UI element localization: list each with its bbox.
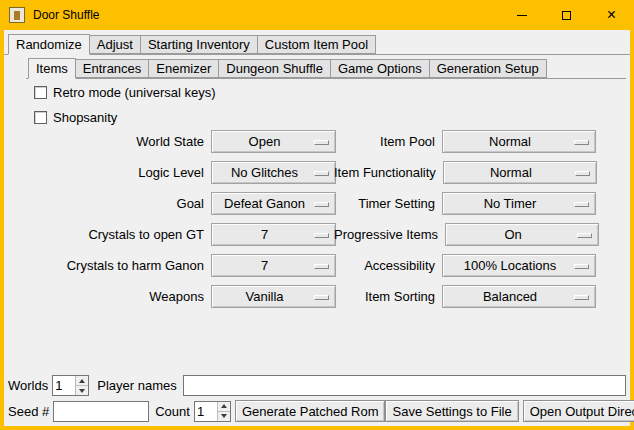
tab-game-options[interactable]: Game Options bbox=[330, 59, 430, 78]
retro-mode-label: Retro mode (universal keys) bbox=[53, 85, 216, 100]
footer: Worlds Player names Seed # Count bbox=[8, 375, 626, 422]
window-title: Door Shuffle bbox=[33, 8, 100, 22]
generate-patched-rom-button[interactable]: Generate Patched Rom bbox=[235, 400, 386, 422]
open-output-directory-button[interactable]: Open Output Directory bbox=[523, 400, 634, 422]
options-right-column: Item Pool Normal Item Functionality Norm… bbox=[334, 130, 596, 308]
worlds-spin-up-button[interactable] bbox=[76, 376, 88, 386]
dropdown-indicator-icon bbox=[314, 171, 329, 176]
maximize-button[interactable] bbox=[544, 0, 589, 30]
item-pool-dropdown[interactable]: Normal bbox=[442, 130, 596, 153]
crystals-gt-row: Crystals to open GT 7 bbox=[30, 223, 336, 246]
world-state-row: World State Open bbox=[30, 130, 336, 153]
item-sorting-row: Item Sorting Balanced bbox=[334, 285, 596, 308]
shopsanity-label: Shopsanity bbox=[53, 110, 117, 125]
seed-label: Seed # bbox=[8, 404, 49, 419]
app-icon bbox=[9, 7, 25, 23]
tab-enemizer[interactable]: Enemizer bbox=[148, 59, 219, 78]
dropdown-indicator-icon bbox=[575, 171, 590, 176]
world-state-value: Open bbox=[249, 134, 299, 149]
worlds-spin-arrows bbox=[75, 376, 88, 395]
item-functionality-row: Item Functionality Normal bbox=[334, 161, 596, 184]
count-spin-down-button[interactable] bbox=[218, 412, 230, 421]
goal-dropdown[interactable]: Defeat Ganon bbox=[211, 192, 336, 215]
weapons-label: Weapons bbox=[30, 289, 204, 304]
spin-down-icon bbox=[221, 414, 227, 418]
player-names-input[interactable] bbox=[183, 375, 626, 396]
seed-row: Seed # Count Generate Patched Rom Save S… bbox=[8, 400, 626, 422]
crystals-gt-label: Crystals to open GT bbox=[30, 227, 204, 242]
count-spinbox bbox=[194, 401, 231, 422]
item-pool-row: Item Pool Normal bbox=[334, 130, 596, 153]
logic-level-row: Logic Level No Glitches bbox=[30, 161, 336, 184]
progressive-items-label: Progressive Items bbox=[334, 227, 438, 242]
window-controls: × bbox=[499, 0, 634, 30]
spin-down-icon bbox=[79, 389, 85, 393]
crystals-ganon-dropdown[interactable]: 7 bbox=[211, 254, 336, 277]
dropdown-indicator-icon bbox=[574, 264, 589, 269]
tab-entrances[interactable]: Entrances bbox=[75, 59, 150, 78]
world-state-dropdown[interactable]: Open bbox=[211, 130, 336, 153]
accessibility-dropdown[interactable]: 100% Locations bbox=[442, 254, 596, 277]
client-area: Randomize Adjust Starting Inventory Cust… bbox=[4, 30, 630, 426]
progressive-items-value: On bbox=[504, 227, 539, 242]
count-spin-up-button[interactable] bbox=[218, 402, 230, 412]
world-state-label: World State bbox=[30, 134, 204, 149]
outer-tabstrip: Randomize Adjust Starting Inventory Cust… bbox=[4, 33, 630, 55]
save-settings-button[interactable]: Save Settings to File bbox=[385, 400, 518, 422]
dropdown-indicator-icon bbox=[574, 202, 589, 207]
weapons-dropdown[interactable]: Vanilla bbox=[211, 285, 336, 308]
count-label: Count bbox=[155, 404, 190, 419]
progressive-items-dropdown[interactable]: On bbox=[445, 223, 599, 246]
tab-randomize[interactable]: Randomize bbox=[8, 34, 90, 55]
timer-setting-row: Timer Setting No Timer bbox=[334, 192, 596, 215]
retro-mode-checkbox[interactable] bbox=[34, 86, 47, 99]
shopsanity-checkbox[interactable] bbox=[34, 111, 47, 124]
item-functionality-dropdown[interactable]: Normal bbox=[443, 161, 597, 184]
progressive-items-row: Progressive Items On bbox=[334, 223, 596, 246]
inner-tabstrip: Items Entrances Enemizer Dungeon Shuffle… bbox=[26, 58, 626, 79]
titlebar: Door Shuffle × bbox=[0, 0, 634, 30]
timer-setting-value: No Timer bbox=[484, 196, 555, 211]
accessibility-label: Accessibility bbox=[334, 258, 435, 273]
item-functionality-value: Normal bbox=[490, 165, 550, 180]
close-icon: × bbox=[607, 7, 616, 23]
shopsanity-row: Shopsanity bbox=[34, 109, 117, 125]
minimize-icon bbox=[517, 15, 527, 16]
minimize-button[interactable] bbox=[499, 0, 544, 30]
player-names-label: Player names bbox=[97, 378, 176, 393]
accessibility-row: Accessibility 100% Locations bbox=[334, 254, 596, 277]
maximize-icon bbox=[562, 11, 571, 20]
tab-custom-item-pool[interactable]: Custom Item Pool bbox=[257, 35, 376, 54]
item-sorting-value: Balanced bbox=[483, 289, 555, 304]
crystals-ganon-label: Crystals to harm Ganon bbox=[30, 258, 204, 273]
timer-setting-dropdown[interactable]: No Timer bbox=[442, 192, 596, 215]
dropdown-indicator-icon bbox=[314, 140, 329, 145]
timer-setting-label: Timer Setting bbox=[334, 196, 435, 211]
seed-input[interactable] bbox=[53, 401, 149, 422]
crystals-ganon-row: Crystals to harm Ganon 7 bbox=[30, 254, 336, 277]
weapons-value: Vanilla bbox=[245, 289, 301, 304]
tab-starting-inventory[interactable]: Starting Inventory bbox=[140, 35, 258, 54]
goal-row: Goal Defeat Ganon bbox=[30, 192, 336, 215]
close-button[interactable]: × bbox=[589, 0, 634, 30]
worlds-input[interactable] bbox=[53, 376, 75, 395]
logic-level-label: Logic Level bbox=[30, 165, 204, 180]
tab-generation-setup[interactable]: Generation Setup bbox=[429, 59, 547, 78]
count-spin-arrows bbox=[217, 402, 230, 421]
logic-level-dropdown[interactable]: No Glitches bbox=[211, 161, 336, 184]
crystals-gt-dropdown[interactable]: 7 bbox=[211, 223, 336, 246]
item-sorting-dropdown[interactable]: Balanced bbox=[442, 285, 596, 308]
accessibility-value: 100% Locations bbox=[464, 258, 575, 273]
spin-up-icon bbox=[221, 404, 227, 408]
item-sorting-label: Item Sorting bbox=[334, 289, 435, 304]
tab-items[interactable]: Items bbox=[28, 58, 76, 79]
tab-adjust[interactable]: Adjust bbox=[89, 35, 141, 54]
count-input[interactable] bbox=[195, 402, 217, 421]
tab-dungeon-shuffle[interactable]: Dungeon Shuffle bbox=[218, 59, 331, 78]
worlds-spin-down-button[interactable] bbox=[76, 386, 88, 395]
options-left-column: World State Open Logic Level No Glitches… bbox=[30, 130, 336, 308]
crystals-ganon-value: 7 bbox=[261, 258, 286, 273]
window: Door Shuffle × Randomize Adjust Starting… bbox=[0, 0, 634, 430]
retro-mode-row: Retro mode (universal keys) bbox=[34, 84, 216, 100]
item-pool-value: Normal bbox=[489, 134, 549, 149]
